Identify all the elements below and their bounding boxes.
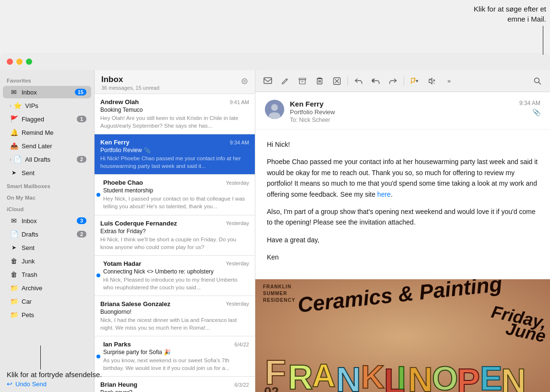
email-time-attachment: 9:34 AM 📎 — [519, 100, 540, 116]
maximize-button[interactable] — [26, 59, 32, 65]
sidebar-item-icloud-drafts[interactable]: 📄 Drafts 2 — [3, 228, 91, 240]
message-item[interactable]: Andrew Olah 9:41 AM Booking Temuco Hey O… — [95, 94, 255, 134]
minimize-button[interactable] — [16, 59, 23, 65]
sidebar-item-label: Sent — [22, 169, 86, 177]
svg-text:I: I — [397, 359, 406, 392]
sidebar-item-sent[interactable]: ➤ Sent — [3, 166, 91, 179]
icloud-inbox-badge: 3 — [77, 217, 86, 224]
sidebar-item-icloud-car[interactable]: 📁 Car — [3, 295, 91, 308]
msg-sender: Brian Heung — [100, 381, 137, 388]
archive-toolbar-button[interactable] — [295, 74, 310, 88]
message-list-header: Inbox 36 messages, 15 unread ⊜ — [95, 70, 255, 94]
svg-text:N: N — [336, 360, 361, 392]
sidebar-item-label: Flagged — [22, 116, 77, 123]
chevron-icon: › — [10, 103, 11, 108]
junk-toolbar-button[interactable] — [329, 74, 345, 88]
sidebar-item-icloud-inbox[interactable]: ✉ Inbox 3 — [3, 214, 91, 227]
delete-toolbar-button[interactable] — [312, 74, 327, 88]
sidebar-item-label: Sent — [22, 244, 86, 251]
here-link[interactable]: here — [377, 190, 391, 198]
svg-text:02: 02 — [264, 384, 279, 392]
email-body-signature: Ken — [267, 252, 538, 262]
mute-button[interactable] — [424, 74, 440, 88]
msg-subject: Buongiorno! — [100, 309, 249, 315]
sidebar-item-remind-me[interactable]: 🔔 Remind Me — [3, 126, 91, 139]
icloud-drafts-badge: 2 — [77, 231, 86, 238]
sidebar-item-icloud-pets[interactable]: 📁 Pets — [3, 309, 91, 321]
forward-button[interactable] — [385, 74, 401, 88]
avatar — [265, 100, 284, 119]
email-attachment: FRANKLIN SUMMER RESIDENCY Ceramics & Pai… — [255, 279, 550, 392]
sidebar-section-on-my-mac: On My Mac — [0, 191, 94, 202]
chevron-icon: › — [10, 157, 11, 162]
email-body-para1: Phoebe Chao passed me your contact info … — [267, 156, 538, 200]
search-button[interactable] — [530, 74, 545, 88]
msg-time: Yesterday — [226, 220, 249, 226]
sent-icon: ➤ — [10, 168, 18, 177]
filter-button[interactable]: ⊜ — [241, 76, 248, 86]
msg-preview: Hey Olah! Are you still keen to visit Kr… — [100, 114, 249, 130]
sidebar-item-inbox[interactable]: ✉ Inbox 15 — [3, 86, 91, 98]
msg-subject: Student mentorship — [100, 187, 249, 194]
msg-sender: Ian Parks — [103, 341, 131, 348]
svg-text:E: E — [480, 360, 502, 392]
message-item-selected[interactable]: Ken Ferry 9:34 AM Portfolio Review 📎 Hi … — [95, 134, 255, 175]
msg-preview: As you know, next weekend is our sweet S… — [100, 356, 249, 372]
message-item[interactable]: Ian Parks 6/4/22 Surprise party for Sofi… — [95, 336, 255, 377]
svg-text:RESIDENCY: RESIDENCY — [263, 297, 295, 303]
msg-subject: Surprise party for Sofia 🎉 — [100, 349, 249, 356]
email-subject-line: Portfolio Review — [290, 108, 514, 116]
msg-time: 6/3/22 — [234, 382, 249, 388]
sidebar-section-icloud: iCloud — [0, 202, 94, 214]
msg-time: Yesterday — [226, 261, 249, 266]
msg-time: Yesterday — [226, 180, 249, 186]
message-item[interactable]: Brian Heung 6/3/22 Book cover? Hi Nick, … — [95, 377, 255, 392]
flag-button[interactable]: ▼ — [407, 74, 422, 88]
undo-send-icon: ↩ — [7, 380, 12, 388]
message-item[interactable]: Briana Salese Gonzalez Yesterday Buongio… — [95, 296, 255, 336]
message-list: Inbox 36 messages, 15 unread ⊜ Andrew Ol… — [95, 70, 255, 392]
email-content: Ken Ferry Portfolio Review To: Nick Sche… — [255, 92, 550, 392]
email-meta: Ken Ferry Portfolio Review To: Nick Sche… — [290, 100, 514, 123]
undo-send-button[interactable]: ↩ Undo Send — [0, 376, 94, 392]
all-drafts-icon: 📄 — [13, 155, 22, 164]
svg-text:N: N — [501, 362, 526, 392]
sidebar-item-icloud-junk[interactable]: 🗑 Junk — [3, 255, 91, 267]
message-item[interactable]: Yotam Hadar Yesterday Connecting Nick <>… — [95, 256, 255, 296]
msg-time: Yesterday — [226, 301, 249, 307]
sidebar-item-send-later[interactable]: 📤 Send Later — [3, 140, 91, 152]
svg-text:P: P — [457, 362, 480, 392]
vips-icon: ⭐ — [13, 101, 22, 110]
new-message-button[interactable] — [260, 74, 275, 88]
svg-point-7 — [271, 104, 278, 111]
sidebar-item-vips[interactable]: › ⭐ VIPs — [3, 99, 91, 112]
remind-me-icon: 🔔 — [10, 128, 18, 137]
close-button[interactable] — [7, 59, 13, 65]
flag-chevron-icon: ▼ — [415, 79, 419, 83]
sidebar-item-label: Junk — [22, 258, 86, 265]
msg-sender: Phoebe Chao — [103, 179, 143, 186]
sidebar-item-label: Car — [22, 298, 86, 305]
email-sender-name: Ken Ferry — [290, 100, 514, 108]
msg-preview: Hi Nick, I think we'll be short a couple… — [100, 236, 249, 251]
sidebar: Favorites ✉ Inbox 15 › ⭐ VIPs 🚩 Flagged … — [0, 70, 95, 392]
message-item[interactable]: Phoebe Chao Yesterday Student mentorship… — [95, 175, 255, 215]
sidebar-item-icloud-trash[interactable]: 🗑 Trash — [3, 268, 91, 281]
app-body: Favorites ✉ Inbox 15 › ⭐ VIPs 🚩 Flagged … — [0, 70, 550, 392]
sidebar-item-all-drafts[interactable]: › 📄 All Drafts 2 — [3, 153, 91, 166]
sidebar-item-flagged[interactable]: 🚩 Flagged 1 — [3, 113, 91, 125]
message-list-subtitle: 36 messages, 15 unread — [101, 85, 159, 91]
message-item[interactable]: Luis Coderque Fernandez Yesterday Extras… — [95, 215, 255, 256]
compose-button[interactable] — [277, 74, 293, 88]
msg-sender: Yotam Hadar — [103, 260, 141, 267]
sidebar-item-icloud-archive[interactable]: 📁 Archive — [3, 282, 91, 294]
attachment-clip-icon: 📎 — [144, 147, 151, 154]
msg-subject: Book cover? — [100, 389, 249, 392]
titlebar — [0, 53, 550, 70]
reply-button[interactable] — [351, 74, 366, 88]
msg-time: 9:41 AM — [230, 99, 249, 105]
toolbar-separator — [404, 76, 404, 86]
reply-all-button[interactable] — [368, 74, 383, 88]
sidebar-item-icloud-sent[interactable]: ➤ Sent — [3, 241, 91, 254]
more-button[interactable]: » — [442, 74, 457, 88]
